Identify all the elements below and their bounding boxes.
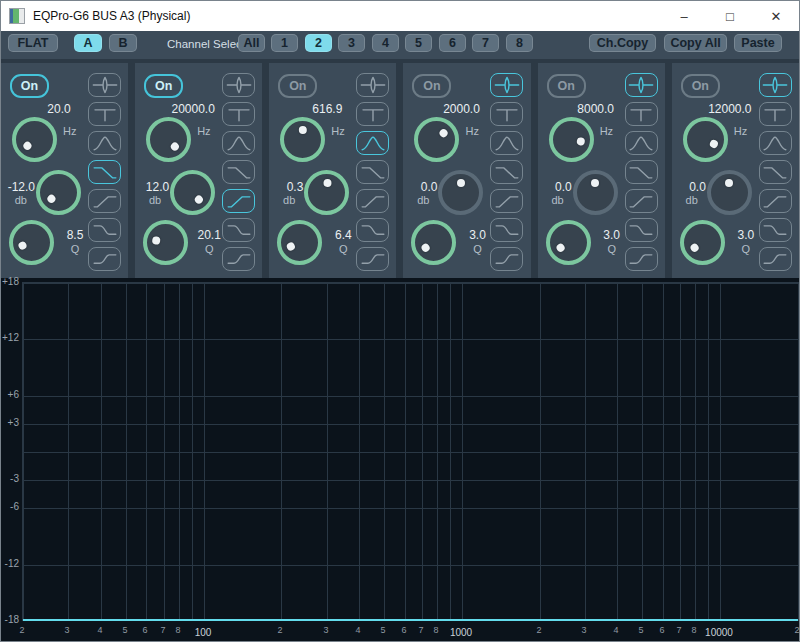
peak-icon xyxy=(493,75,521,95)
band4-q-knob[interactable] xyxy=(411,220,456,265)
band1-freq-knob[interactable] xyxy=(12,117,57,162)
close-button[interactable]: ✕ xyxy=(753,1,799,31)
band2-filter-lowpass-button[interactable] xyxy=(222,160,255,184)
highpass-icon xyxy=(761,191,789,211)
highpass-icon xyxy=(225,191,253,211)
band5-freq-knob[interactable] xyxy=(549,117,594,162)
memory-a-button[interactable]: A xyxy=(74,34,102,52)
band4-gain-knob[interactable] xyxy=(438,170,483,215)
band3-filter-lowpass-button[interactable] xyxy=(356,160,389,184)
band5-gain-knob[interactable] xyxy=(573,170,618,215)
channel-button-5[interactable]: 5 xyxy=(405,34,432,52)
band4-filter-peak-button[interactable] xyxy=(490,73,523,97)
knob-indicator-dot xyxy=(323,179,331,187)
band5-filter-highpass-button[interactable] xyxy=(625,189,658,213)
band1-filter-peak-button[interactable] xyxy=(88,73,121,97)
band6-gain-value: 0.0 xyxy=(672,180,706,194)
channel-button-all[interactable]: All xyxy=(238,34,265,52)
band6-filter-shelf-up-button[interactable] xyxy=(759,247,792,271)
freq-decade-label: 100 xyxy=(183,627,223,638)
paste-button[interactable]: Paste xyxy=(734,34,782,52)
band3-filter-bandpass-button[interactable] xyxy=(356,131,389,155)
maximize-button[interactable]: □ xyxy=(707,1,753,31)
band3-filter-highpass-button[interactable] xyxy=(356,189,389,213)
band2-strip: On 20000.0 Hz 12.0 db 20.1 Q xyxy=(135,63,262,278)
band4-freq-knob[interactable] xyxy=(414,117,459,162)
band1-gain-knob[interactable] xyxy=(36,170,81,215)
band2-freq-knob[interactable] xyxy=(146,117,191,162)
band5-filter-shelf-up-button[interactable] xyxy=(625,247,658,271)
band4-filter-notch-button[interactable] xyxy=(490,102,523,126)
freq-tick-label: 4 xyxy=(608,625,624,635)
band2-filter-bandpass-button[interactable] xyxy=(222,131,255,155)
band3-on-button[interactable]: On xyxy=(278,74,317,98)
channel-button-4[interactable]: 4 xyxy=(372,34,399,52)
band3-filter-shelf-up-button[interactable] xyxy=(356,247,389,271)
band1-q-knob[interactable] xyxy=(9,220,54,265)
band5-filter-peak-button[interactable] xyxy=(625,73,658,97)
band5-filter-notch-button[interactable] xyxy=(625,102,658,126)
band1-filter-shelf-up-button[interactable] xyxy=(88,247,121,271)
band4-filter-shelf-down-button[interactable] xyxy=(490,218,523,242)
band2-on-button[interactable]: On xyxy=(144,74,183,98)
band2-filter-peak-button[interactable] xyxy=(222,73,255,97)
band1-filter-shelf-down-button[interactable] xyxy=(88,218,121,242)
band5-filter-lowpass-button[interactable] xyxy=(625,160,658,184)
band1-filter-bandpass-button[interactable] xyxy=(88,131,121,155)
flat-button[interactable]: FLAT xyxy=(8,34,58,52)
minimize-button[interactable]: – xyxy=(661,1,707,31)
band5-filter-bandpass-button[interactable] xyxy=(625,131,658,155)
band3-filter-notch-button[interactable] xyxy=(356,102,389,126)
band1-on-button[interactable]: On xyxy=(10,74,49,98)
titlebar[interactable]: EQPro-G6 BUS A3 (Physical) – □ ✕ xyxy=(1,1,799,31)
band6-q-knob[interactable] xyxy=(680,220,725,265)
band3-q-knob[interactable] xyxy=(277,220,322,265)
band4-filter-highpass-button[interactable] xyxy=(490,189,523,213)
band6-filter-notch-button[interactable] xyxy=(759,102,792,126)
app-icon xyxy=(9,8,25,24)
band5-q-knob[interactable] xyxy=(546,220,591,265)
band5-filter-shelf-down-button[interactable] xyxy=(625,218,658,242)
band1-filter-lowpass-button[interactable] xyxy=(88,160,121,184)
band6-on-button[interactable]: On xyxy=(681,74,720,98)
band3-filter-peak-button[interactable] xyxy=(356,73,389,97)
band6-filter-bandpass-button[interactable] xyxy=(759,131,792,155)
band2-q-knob[interactable] xyxy=(143,220,188,265)
band3-filter-shelf-down-button[interactable] xyxy=(356,218,389,242)
band5-on-button[interactable]: On xyxy=(547,74,586,98)
band6-strip: On 12000.0 Hz 0.0 db 3.0 Q xyxy=(672,63,799,278)
band4-filter-lowpass-button[interactable] xyxy=(490,160,523,184)
band2-filter-highpass-button[interactable] xyxy=(222,189,255,213)
band1-filter-highpass-button[interactable] xyxy=(88,189,121,213)
band6-filter-peak-button[interactable] xyxy=(759,73,792,97)
copy-all-button[interactable]: Copy All xyxy=(664,34,727,52)
band2-filter-shelf-up-button[interactable] xyxy=(222,247,255,271)
band3-gain-knob[interactable] xyxy=(304,170,349,215)
memory-b-button[interactable]: B xyxy=(109,34,137,52)
band4-filter-bandpass-button[interactable] xyxy=(490,131,523,155)
shelf-up-icon xyxy=(225,249,253,269)
knob-indicator-dot xyxy=(194,194,205,205)
band2-gain-knob[interactable] xyxy=(170,170,215,215)
channel-button-7[interactable]: 7 xyxy=(472,34,499,52)
band6-filter-highpass-button[interactable] xyxy=(759,189,792,213)
channel-button-6[interactable]: 6 xyxy=(439,34,466,52)
band6-filter-lowpass-button[interactable] xyxy=(759,160,792,184)
channel-button-1[interactable]: 1 xyxy=(271,34,298,52)
band4-filter-shelf-up-button[interactable] xyxy=(490,247,523,271)
channel-button-8[interactable]: 8 xyxy=(506,34,533,52)
band3-freq-knob[interactable] xyxy=(280,117,325,162)
band6-freq-knob[interactable] xyxy=(683,117,728,162)
band2-filter-shelf-down-button[interactable] xyxy=(222,218,255,242)
channel-button-3[interactable]: 3 xyxy=(338,34,365,52)
band6-gain-knob[interactable] xyxy=(707,170,752,215)
response-graph: +18+12+6+3-3-6-12-1823456782345678234567… xyxy=(1,278,799,641)
band2-filter-notch-button[interactable] xyxy=(222,102,255,126)
ch-copy-button[interactable]: Ch.Copy xyxy=(589,34,656,52)
channel-button-2[interactable]: 2 xyxy=(305,34,332,52)
band6-filter-shelf-down-button[interactable] xyxy=(759,218,792,242)
band1-filter-notch-button[interactable] xyxy=(88,102,121,126)
freq-decade-label: 1000 xyxy=(441,627,481,638)
band4-on-button[interactable]: On xyxy=(412,74,451,98)
plot-area[interactable] xyxy=(22,282,799,621)
